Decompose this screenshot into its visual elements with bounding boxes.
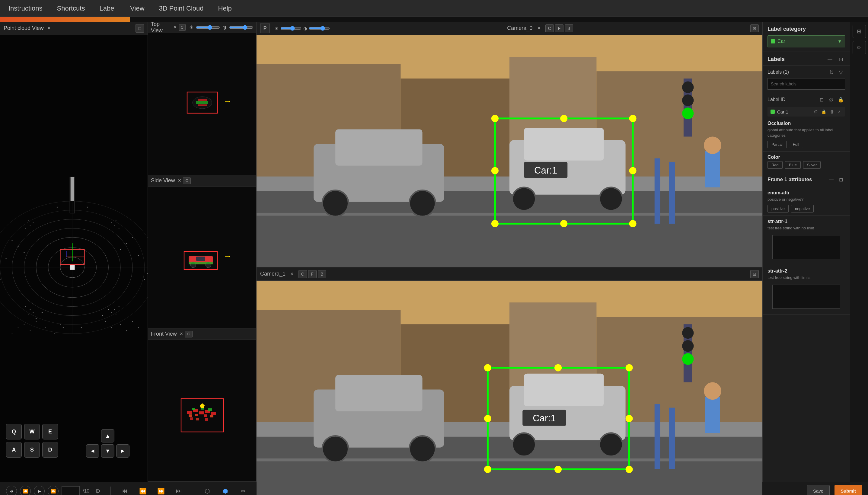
kbd-q[interactable]: Q <box>6 424 22 440</box>
cam-0-expand[interactable]: ⊡ <box>750 24 759 32</box>
color-red[interactable]: Red <box>767 161 783 169</box>
enum-negative[interactable]: negative <box>791 205 814 212</box>
panel-icon-2[interactable]: ✏ <box>853 41 866 54</box>
cam-0-btn-f[interactable]: F <box>555 24 563 32</box>
cam-0-btn-c[interactable]: C <box>545 24 554 32</box>
save-button[interactable]: Save <box>807 485 830 495</box>
menu-shortcuts[interactable]: Shortcuts <box>53 2 89 15</box>
label-item-name: Car:1 <box>777 109 810 114</box>
menu-help[interactable]: Help <box>214 2 236 15</box>
camera-0-close[interactable]: × <box>537 25 540 31</box>
kbd-e[interactable]: E <box>42 424 58 440</box>
category-color-dot <box>771 39 775 44</box>
cube-tool-btn[interactable]: ⬡ <box>201 484 214 495</box>
submit-button[interactable]: Submit <box>834 485 862 495</box>
brightness-slider-2[interactable] <box>229 25 253 30</box>
timeline[interactable] <box>0 17 868 22</box>
play-btn[interactable]: ▶ <box>34 485 45 495</box>
label-item[interactable]: Car:1 ∅ 🔒 🗑 ∧ <box>767 107 845 117</box>
svg-point-129 <box>560 115 568 122</box>
playback-controls: ⏮ ⏪ ▶ ⏩ 1 /10 ⚙ <box>6 485 103 495</box>
kbd-a[interactable]: A <box>6 442 22 458</box>
keyboard-overlay: Q W E A S D <box>6 424 58 458</box>
prev-start-btn[interactable]: ⏮ <box>6 485 17 495</box>
label-action-delete[interactable]: 🗑 <box>829 109 835 115</box>
frame-forward-btn[interactable]: ⏩ <box>154 484 168 495</box>
cam-0-btn-b[interactable]: B <box>565 24 573 32</box>
menu-3d-point-cloud[interactable]: 3D Point Cloud <box>155 2 207 15</box>
skip-back-btn[interactable]: ⏮ <box>118 484 131 495</box>
kbd-d[interactable]: D <box>42 442 58 458</box>
label-category-dropdown[interactable]: Car ▼ <box>767 35 845 47</box>
p-button[interactable]: P <box>260 23 270 33</box>
side-view-tag[interactable]: C <box>183 177 191 184</box>
nav-right[interactable]: ► <box>116 444 129 458</box>
skip-forward-btn[interactable]: ⏭ <box>172 484 186 495</box>
svg-point-152 <box>682 327 694 339</box>
svg-point-126 <box>629 115 637 122</box>
frame-attr-expand[interactable]: ⊡ <box>837 175 845 184</box>
occlusion-full[interactable]: Full <box>789 141 803 148</box>
frame-attr-collapse[interactable]: — <box>827 175 835 184</box>
kbd-s[interactable]: S <box>24 442 40 458</box>
front-view-tag[interactable]: C <box>185 331 193 338</box>
select-tool-btn[interactable]: ⬢ <box>219 484 232 495</box>
svg-point-132 <box>629 167 637 174</box>
point-cloud-close[interactable]: × <box>47 25 51 31</box>
menu-instructions[interactable]: Instructions <box>5 2 46 15</box>
label-action-expand[interactable]: ∧ <box>837 109 842 115</box>
brightness-slider-1[interactable] <box>196 25 220 30</box>
svg-point-18 <box>24 252 24 253</box>
brightness-controls: ☀ ◑ <box>189 24 253 30</box>
expand-icon[interactable]: ⊡ <box>837 55 845 63</box>
nav-up[interactable]: ▲ <box>101 429 115 443</box>
label-action-lock[interactable]: 🔒 <box>820 109 828 115</box>
svg-rect-144 <box>335 375 422 411</box>
str-attr-1-input[interactable] <box>772 235 840 259</box>
sort-icon[interactable]: ⇅ <box>827 68 835 76</box>
svg-rect-11 <box>71 177 74 201</box>
pen-tool-btn[interactable]: ✏ <box>237 484 250 495</box>
menu-label[interactable]: Label <box>96 2 119 15</box>
cam-1-btn-b[interactable]: B <box>318 270 326 278</box>
enum-positive[interactable]: positive <box>767 205 788 212</box>
frame-current-input[interactable]: 1 <box>62 486 80 495</box>
top-view-close[interactable]: × <box>174 24 177 31</box>
next-btn[interactable]: ⏩ <box>48 485 58 495</box>
side-view-close[interactable]: × <box>178 177 181 184</box>
kbd-w[interactable]: W <box>24 424 40 440</box>
camera-1-close[interactable]: × <box>290 271 294 277</box>
color-blue[interactable]: Blue <box>785 161 801 169</box>
search-labels-input[interactable] <box>767 78 845 90</box>
filter-icon[interactable]: ▽ <box>837 68 845 76</box>
cam-brightness-1[interactable] <box>280 26 301 31</box>
label-id-icon-1[interactable]: ⊡ <box>817 96 826 104</box>
label-id-icon-2[interactable]: ∅ <box>827 96 835 104</box>
prev-btn[interactable]: ⏪ <box>20 485 31 495</box>
svg-rect-98 <box>208 408 212 411</box>
cam-contrast-1[interactable] <box>309 26 330 31</box>
nav-down[interactable]: ▼ <box>101 444 115 458</box>
cam-1-btn-c[interactable]: C <box>298 270 307 278</box>
cam-1-expand[interactable]: ⊡ <box>750 270 759 278</box>
label-id-icon-3[interactable]: 🔒 <box>837 96 845 104</box>
label-action-visibility[interactable]: ∅ <box>813 109 819 115</box>
sun-icon-2: ☀ <box>275 26 279 31</box>
color-options: Red Blue Silver <box>767 161 845 169</box>
collapse-icon[interactable]: — <box>826 55 834 63</box>
top-view-tag[interactable]: C <box>179 24 186 31</box>
nav-left[interactable]: ◄ <box>86 444 99 458</box>
minimize-btn[interactable]: □ <box>136 24 144 33</box>
front-view-close[interactable]: × <box>180 331 183 337</box>
svg-point-22 <box>42 312 42 313</box>
label-color-indicator <box>770 109 775 114</box>
settings-btn[interactable]: ⚙ <box>92 485 103 495</box>
str-attr-2-input[interactable] <box>772 285 840 309</box>
point-cloud-canvas[interactable]: Q W E A S D ▲ ◄ ▼ ► <box>0 35 147 482</box>
menu-view[interactable]: View <box>126 2 148 15</box>
color-silver[interactable]: Silver <box>803 161 821 169</box>
occlusion-partial[interactable]: Partial <box>767 141 786 148</box>
frame-back-btn[interactable]: ⏪ <box>136 484 150 495</box>
cam-1-btn-f[interactable]: F <box>308 270 317 278</box>
panel-icon-1[interactable]: ⊞ <box>853 25 866 38</box>
